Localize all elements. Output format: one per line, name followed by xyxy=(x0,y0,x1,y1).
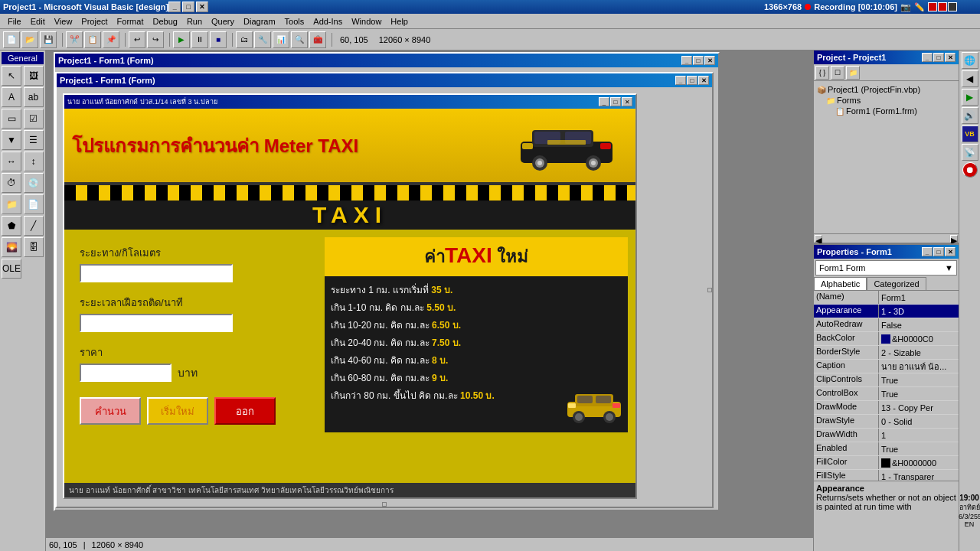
menu-project[interactable]: Project xyxy=(77,15,112,28)
tool-timer[interactable]: ⏱ xyxy=(2,173,21,193)
menu-debug[interactable]: Debug xyxy=(148,15,181,28)
tab-alphabetic[interactable]: Alphabetic xyxy=(814,277,867,290)
tree-root[interactable]: 📦 Project1 (ProjectFin.vbp) xyxy=(817,84,956,95)
rec-btn-2[interactable] xyxy=(938,2,947,11)
project-close[interactable]: ✕ xyxy=(704,56,715,65)
proj-scroll-right[interactable]: ▶ xyxy=(950,235,958,243)
strip-back-btn[interactable]: ◀ xyxy=(962,70,978,87)
calc-button[interactable]: คำนวน xyxy=(80,397,141,425)
props-close[interactable]: ✕ xyxy=(945,247,956,256)
menu-window[interactable]: Window xyxy=(347,15,386,28)
toolbar-pause[interactable]: ⏸ xyxy=(191,31,208,48)
strip-ie-icon[interactable]: 🌐 xyxy=(962,52,978,69)
toolbar-undo[interactable]: ↩ xyxy=(129,31,145,48)
toolbar-save[interactable]: 💾 xyxy=(40,31,57,48)
toolbar-cut[interactable]: ✂️ xyxy=(66,31,83,48)
tree-form1[interactable]: 📋 Form1 (Form1.frm) xyxy=(817,106,956,116)
form1-close[interactable]: ✕ xyxy=(698,76,709,85)
tool-dir[interactable]: 📁 xyxy=(2,194,21,214)
price-input[interactable] xyxy=(80,364,172,382)
tool-label[interactable]: A xyxy=(2,87,21,107)
strip-play-btn[interactable]: ▶ xyxy=(962,89,978,106)
taxi-close[interactable]: ✕ xyxy=(622,97,632,106)
tool-picture[interactable]: 🖼 xyxy=(24,66,44,86)
tool-frame[interactable]: ▭ xyxy=(2,109,21,129)
exit-button[interactable]: ออก xyxy=(214,397,276,425)
strip-network-icon[interactable]: 📡 xyxy=(962,144,978,161)
resize-right[interactable] xyxy=(707,288,712,292)
tool-line[interactable]: ╱ xyxy=(24,216,44,236)
tool-drive[interactable]: 💿 xyxy=(24,173,44,193)
toolbar-copy[interactable]: 📋 xyxy=(84,31,101,48)
toggle-folders-btn[interactable]: 📁 xyxy=(846,66,860,80)
tool-file[interactable]: 📄 xyxy=(24,194,44,214)
recording-dot xyxy=(805,4,811,10)
project-minimize[interactable]: _ xyxy=(681,56,692,65)
tool-ole[interactable]: OLE xyxy=(2,259,21,279)
tree-forms-folder[interactable]: 📁 Forms xyxy=(817,95,956,106)
tool-image[interactable]: 🌄 xyxy=(2,237,21,257)
tool-pointer[interactable]: ↖ xyxy=(2,66,21,86)
menu-format[interactable]: Format xyxy=(113,15,149,28)
proj-scroll-left[interactable]: ◀ xyxy=(815,235,822,243)
view-code-btn[interactable]: { } xyxy=(815,66,829,80)
menu-help[interactable]: Help xyxy=(386,15,413,28)
toolbar-run[interactable]: ▶ xyxy=(173,31,190,48)
toolbar-open[interactable]: 📂 xyxy=(21,31,38,48)
menu-tools[interactable]: Tools xyxy=(280,15,309,28)
toolbar-stop[interactable]: ■ xyxy=(210,31,227,48)
maximize-button[interactable]: □ xyxy=(182,2,194,12)
taxi-minimize[interactable]: _ xyxy=(599,97,609,106)
strip-sound-icon[interactable]: 🔊 xyxy=(962,107,978,124)
menu-addins[interactable]: Add-Ins xyxy=(309,15,347,28)
tool-textbox[interactable]: ab xyxy=(24,87,44,107)
view-object-btn[interactable]: ☐ xyxy=(831,66,844,80)
strip-vb-icon[interactable]: VB xyxy=(962,126,978,142)
prop-row-appearance[interactable]: Appearance 1 - 3D xyxy=(814,305,959,318)
props-dropdown[interactable]: Form1 Form ▼ xyxy=(815,260,957,276)
form1-minimize[interactable]: _ xyxy=(675,76,686,85)
taxi-maximize[interactable]: □ xyxy=(610,97,621,106)
menu-diagram[interactable]: Diagram xyxy=(239,15,280,28)
toolbar-proj-explorer[interactable]: 🗂 xyxy=(236,31,253,48)
project-maximize[interactable]: □ xyxy=(693,56,704,65)
minimize-button[interactable]: _ xyxy=(168,2,181,12)
strip-record-btn[interactable]: ⏺ xyxy=(962,162,978,178)
tool-listbox[interactable]: ☰ xyxy=(24,130,44,150)
rec-btn-3[interactable] xyxy=(948,2,957,11)
tab-categorized[interactable]: Categorized xyxy=(867,277,926,290)
menu-edit[interactable]: Edit xyxy=(26,15,50,28)
proj-maximize[interactable]: □ xyxy=(933,53,944,62)
toolbar-obj-browser[interactable]: 🔍 xyxy=(291,31,308,48)
toolbar-toolbox[interactable]: 🧰 xyxy=(309,31,326,48)
tool-checkbox[interactable]: ☑ xyxy=(24,109,44,129)
close-button[interactable]: ✕ xyxy=(196,2,208,12)
props-maximize[interactable]: □ xyxy=(933,247,944,256)
time-input[interactable] xyxy=(80,314,233,332)
toolbar-props[interactable]: 🔧 xyxy=(254,31,271,48)
reset-button[interactable]: เริ่มใหม่ xyxy=(147,397,208,425)
toolbar-form-layout[interactable]: 📊 xyxy=(273,31,289,48)
proj-minimize[interactable]: _ xyxy=(922,53,933,62)
toolbar-new[interactable]: 📄 xyxy=(3,31,20,48)
rate-row-6: เกิน 60-80 กม. คิด กม.ละ 9 บ. xyxy=(331,370,622,385)
menu-file[interactable]: File xyxy=(3,15,26,28)
tool-shape[interactable]: ⬟ xyxy=(2,216,21,236)
form1-maximize[interactable]: □ xyxy=(687,76,697,85)
proj-close[interactable]: ✕ xyxy=(945,53,956,62)
menu-query[interactable]: Query xyxy=(207,15,239,28)
tool-vscroll[interactable]: ↕ xyxy=(24,152,44,171)
menu-view[interactable]: View xyxy=(50,15,77,28)
rec-btn-1[interactable] xyxy=(928,2,937,11)
prop-row-name: (Name) Form1 xyxy=(814,291,959,305)
resize-bottom[interactable] xyxy=(382,502,387,507)
toolbar-redo[interactable]: ↪ xyxy=(147,31,164,48)
distance-input[interactable] xyxy=(80,264,233,282)
tool-data[interactable]: 🗄 xyxy=(24,237,44,257)
toolbar-paste[interactable]: 📌 xyxy=(103,31,119,48)
tool-combo[interactable]: ▼ xyxy=(2,130,21,150)
menu-run[interactable]: Run xyxy=(182,15,207,28)
rate-row-2: เกิน 1-10 กม. คิด กม.ละ 5.50 บ. xyxy=(331,300,622,315)
props-minimize[interactable]: _ xyxy=(922,247,933,256)
tool-hscroll[interactable]: ↔ xyxy=(2,152,21,171)
